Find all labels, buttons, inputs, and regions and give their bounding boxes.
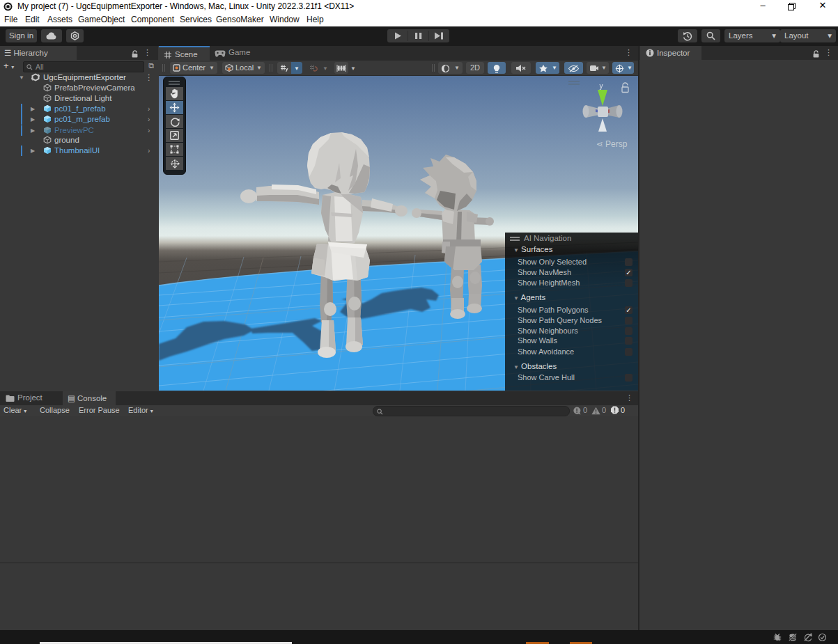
svg-text:y: y	[600, 82, 603, 90]
svg-text:⋖ Persp: ⋖ Persp	[596, 139, 628, 149]
